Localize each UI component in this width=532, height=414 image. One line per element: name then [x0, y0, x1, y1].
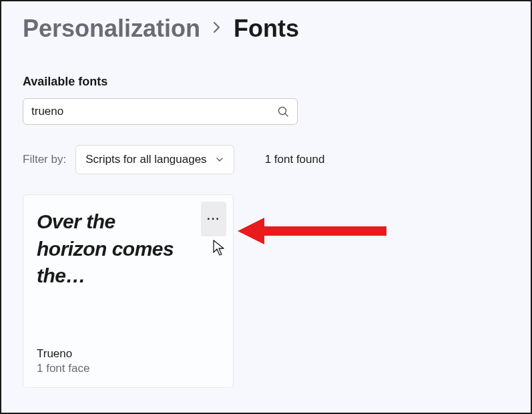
- svg-marker-3: [238, 218, 264, 244]
- chevron-down-icon: [215, 155, 224, 164]
- search-icon: [277, 106, 289, 118]
- breadcrumb: Personalization Fonts: [23, 15, 509, 43]
- font-card[interactable]: Over the horizon comes the… ··· Trueno 1…: [23, 194, 234, 388]
- font-name: Trueno: [37, 347, 89, 361]
- filter-label: Filter by:: [23, 153, 66, 166]
- search-box[interactable]: [23, 98, 298, 125]
- breadcrumb-current: Fonts: [234, 15, 299, 43]
- font-card-footer: Trueno 1 font face: [37, 347, 89, 375]
- filter-dropdown-text: Scripts for all languages: [85, 153, 206, 166]
- more-icon: ···: [207, 212, 220, 226]
- more-options-button[interactable]: ···: [201, 202, 226, 236]
- section-title: Available fonts: [23, 75, 509, 89]
- breadcrumb-parent-link[interactable]: Personalization: [23, 15, 200, 43]
- font-faces-count: 1 font face: [37, 362, 89, 375]
- search-input[interactable]: [31, 105, 277, 118]
- font-preview-text: Over the horizon comes the…: [37, 208, 220, 290]
- results-count: 1 font found: [265, 153, 325, 166]
- filter-row: Filter by: Scripts for all languages 1 f…: [23, 145, 509, 174]
- filter-dropdown[interactable]: Scripts for all languages: [75, 145, 234, 174]
- chevron-right-icon: [212, 19, 222, 38]
- annotation-arrow: [236, 211, 390, 251]
- svg-line-1: [285, 114, 288, 116]
